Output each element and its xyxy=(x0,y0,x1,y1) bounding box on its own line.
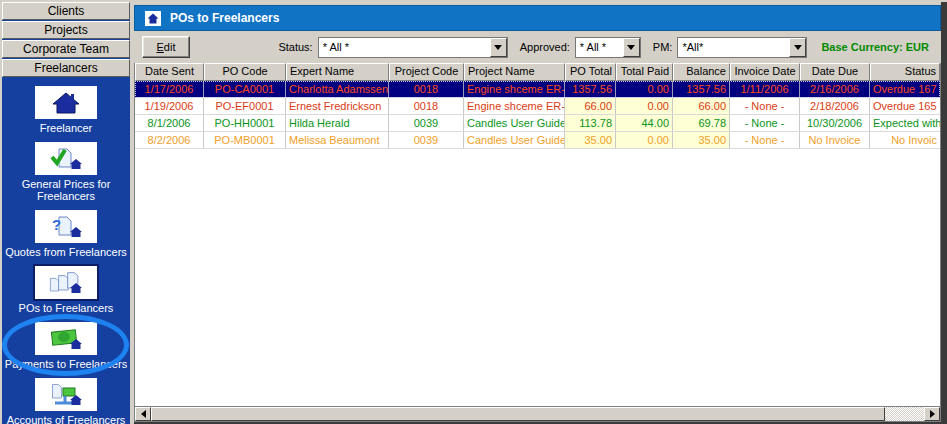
edit-button-rest: dit xyxy=(164,41,176,53)
sidebar-item-pos-to-freelancers[interactable]: POs to Freelancers xyxy=(2,266,130,314)
sidebar-item-general-prices-for-freelancers[interactable]: General Prices for Freelancers xyxy=(2,142,130,202)
sidebar-item-label: Payments to Freelancers xyxy=(5,358,127,370)
window-right-edge xyxy=(941,2,947,424)
cell-date-sent: 1/17/2006 xyxy=(135,81,204,97)
status-label: Status: xyxy=(278,41,312,53)
scroll-left-icon[interactable] xyxy=(135,407,151,421)
pm-value: *All* xyxy=(682,41,785,53)
quotes-icon: ? xyxy=(35,210,97,243)
sidebar-tab-clients[interactable]: Clients xyxy=(2,2,130,20)
sidebar-tab-freelancers[interactable]: Freelancers xyxy=(2,59,130,77)
cell-project-code: 0018 xyxy=(389,98,464,114)
svg-text:?: ? xyxy=(52,216,61,233)
cell-date-sent: 8/1/2006 xyxy=(135,115,204,131)
cell-date-sent: 8/2/2006 xyxy=(135,132,204,148)
accounts-icon xyxy=(35,378,97,411)
cell-date-sent: 1/19/2006 xyxy=(135,98,204,114)
cell-balance: 66.00 xyxy=(673,98,730,114)
cell-project-name: Candles User Guide xyxy=(464,115,565,131)
toolbar: Edit Status: * All * Approved: * All * P… xyxy=(134,31,941,63)
table-body: 1/17/2006PO-CA0001Charlotta Adamssen0018… xyxy=(135,81,940,406)
sidebar-item-label: POs to Freelancers xyxy=(19,302,114,314)
scrollbar-thumb[interactable] xyxy=(151,407,885,421)
cell-expert-name: Ernest Fredrickson xyxy=(286,98,389,114)
cell-po-total: 1357.56 xyxy=(565,81,616,97)
pm-dropdown[interactable]: *All* xyxy=(677,37,807,58)
cell-expert-name: Charlotta Adamssen xyxy=(286,81,389,97)
cell-po-code: PO-CA0001 xyxy=(204,81,286,97)
table-row[interactable]: 1/17/2006PO-CA0001Charlotta Adamssen0018… xyxy=(135,81,940,98)
cell-balance: 1357.56 xyxy=(673,81,730,97)
cell-project-name: Engine shceme ER- xyxy=(464,81,565,97)
table-row[interactable]: 8/2/2006PO-MB0001Melissa Beaumont0039Can… xyxy=(135,132,940,149)
cell-status: No Invoic xyxy=(870,132,940,148)
freelancer-house-icon xyxy=(35,86,97,119)
sidebar-item-payments-to-freelancers[interactable]: Payments to Freelancers xyxy=(2,322,130,370)
sidebar: ClientsProjectsCorporate TeamFreelancers… xyxy=(2,2,130,424)
cell-invoice-date: 1/11/2006 xyxy=(730,81,800,97)
po-table: Date SentPO CodeExpert NameProject CodeP… xyxy=(134,63,941,406)
sidebar-item-label: Quotes from Freelancers xyxy=(5,246,127,258)
sidebar-item-freelancer[interactable]: Freelancer xyxy=(2,86,130,134)
general-prices-icon xyxy=(35,142,97,175)
cell-balance: 35.00 xyxy=(673,132,730,148)
pos-icon xyxy=(35,266,97,299)
approved-dropdown[interactable]: * All * xyxy=(575,37,641,58)
sidebar-item-quotes-from-freelancers[interactable]: ?Quotes from Freelancers xyxy=(2,210,130,258)
cell-po-code: PO-HH0001 xyxy=(204,115,286,131)
base-currency-label: Base Currency: EUR xyxy=(821,41,929,53)
cell-invoice-date: - None - xyxy=(730,115,800,131)
column-header-project-code[interactable]: Project Code xyxy=(389,63,464,81)
column-header-project-name[interactable]: Project Name xyxy=(464,63,565,81)
sidebar-tab-corporate-team[interactable]: Corporate Team xyxy=(2,40,130,58)
edit-button-accel: E xyxy=(157,41,164,53)
sidebar-tab-projects[interactable]: Projects xyxy=(2,21,130,39)
cell-total-paid: 0.00 xyxy=(616,132,673,148)
cell-total-paid: 44.00 xyxy=(616,115,673,131)
cell-project-name: Engine shceme ER- xyxy=(464,98,565,114)
table-header: Date SentPO CodeExpert NameProject CodeP… xyxy=(135,63,940,81)
horizontal-scrollbar[interactable] xyxy=(134,406,941,422)
chevron-down-icon[interactable] xyxy=(623,38,640,57)
cell-date-due: 2/16/2006 xyxy=(800,81,870,97)
column-header-invoice-date[interactable]: Invoice Date xyxy=(730,63,800,81)
column-header-total-paid[interactable]: Total Paid xyxy=(616,63,673,81)
cell-total-paid: 0.00 xyxy=(616,98,673,114)
cell-po-code: PO-MB0001 xyxy=(204,132,286,148)
cell-project-name: Candles User Guide xyxy=(464,132,565,148)
cell-date-due: No Invoice xyxy=(800,132,870,148)
cell-balance: 69.78 xyxy=(673,115,730,131)
column-header-balance[interactable]: Balance xyxy=(673,63,730,81)
cell-invoice-date: - None - xyxy=(730,132,800,148)
column-header-po-code[interactable]: PO Code xyxy=(204,63,286,81)
cell-po-total: 66.00 xyxy=(565,98,616,114)
cell-po-total: 35.00 xyxy=(565,132,616,148)
cell-po-code: PO-EF0001 xyxy=(204,98,286,114)
cell-status: Expected within xyxy=(870,115,940,131)
status-value: * All * xyxy=(323,41,486,53)
cell-date-due: 2/18/2006 xyxy=(800,98,870,114)
pm-label: PM: xyxy=(653,41,673,53)
edit-button[interactable]: Edit xyxy=(142,36,190,58)
scrollbar-track[interactable] xyxy=(151,407,924,421)
column-header-date-sent[interactable]: Date Sent xyxy=(135,63,204,81)
column-header-po-total[interactable]: PO Total xyxy=(565,63,616,81)
column-header-date-due[interactable]: Date Due xyxy=(800,63,870,81)
table-row[interactable]: 8/1/2006PO-HH0001Hilda Herald0039Candles… xyxy=(135,115,940,132)
column-header-expert-name[interactable]: Expert Name xyxy=(286,63,389,81)
panel-title: POs to Freelancers xyxy=(170,11,279,25)
chevron-down-icon[interactable] xyxy=(490,38,507,57)
column-header-status[interactable]: Status xyxy=(870,63,940,81)
table-row[interactable]: 1/19/2006PO-EF0001Ernest Fredrickson0018… xyxy=(135,98,940,115)
sidebar-item-label: Accounts of Freelancers xyxy=(7,414,126,424)
cell-project-code: 0018 xyxy=(389,81,464,97)
scroll-right-icon[interactable] xyxy=(924,407,940,421)
status-dropdown[interactable]: * All * xyxy=(318,37,508,58)
panel-titlebar: POs to Freelancers xyxy=(134,5,941,31)
chevron-down-icon[interactable] xyxy=(789,38,806,57)
house-icon xyxy=(145,11,161,26)
sidebar-item-accounts-of-freelancers[interactable]: Accounts of Freelancers xyxy=(2,378,130,424)
cell-invoice-date: - None - xyxy=(730,98,800,114)
main-panel: POs to Freelancers Edit Status: * All * … xyxy=(134,2,941,424)
cell-total-paid: 0.00 xyxy=(616,81,673,97)
